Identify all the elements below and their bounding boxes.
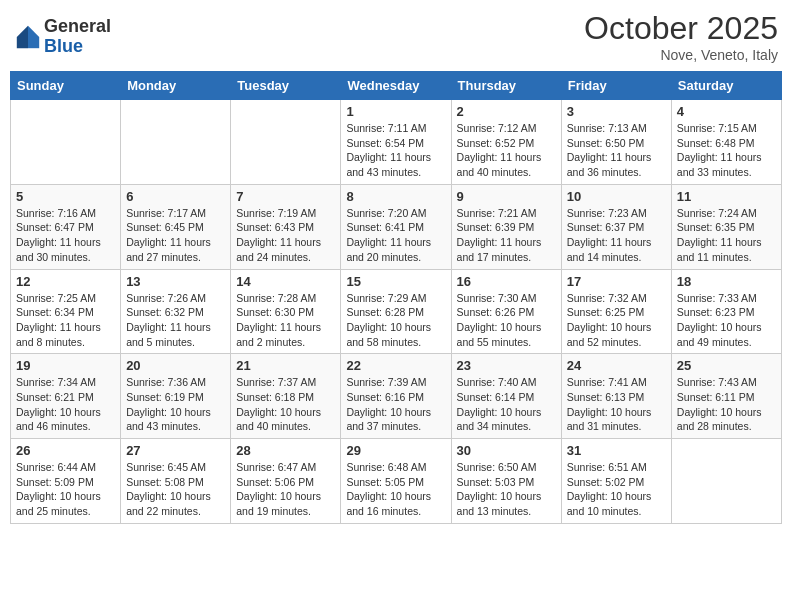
logo-icon [14, 23, 42, 51]
calendar-day-cell: 15Sunrise: 7:29 AM Sunset: 6:28 PM Dayli… [341, 269, 451, 354]
calendar-day-cell: 23Sunrise: 7:40 AM Sunset: 6:14 PM Dayli… [451, 354, 561, 439]
calendar-day-cell: 12Sunrise: 7:25 AM Sunset: 6:34 PM Dayli… [11, 269, 121, 354]
day-number: 13 [126, 274, 225, 289]
calendar-day-cell [671, 439, 781, 524]
calendar-day-cell: 17Sunrise: 7:32 AM Sunset: 6:25 PM Dayli… [561, 269, 671, 354]
calendar-day-cell: 22Sunrise: 7:39 AM Sunset: 6:16 PM Dayli… [341, 354, 451, 439]
day-number: 11 [677, 189, 776, 204]
calendar-day-cell: 31Sunrise: 6:51 AM Sunset: 5:02 PM Dayli… [561, 439, 671, 524]
logo-text: General Blue [44, 17, 111, 57]
day-number: 21 [236, 358, 335, 373]
calendar-day-cell: 1Sunrise: 7:11 AM Sunset: 6:54 PM Daylig… [341, 100, 451, 185]
day-number: 22 [346, 358, 445, 373]
day-info: Sunrise: 6:47 AM Sunset: 5:06 PM Dayligh… [236, 460, 335, 519]
calendar-day-cell: 25Sunrise: 7:43 AM Sunset: 6:11 PM Dayli… [671, 354, 781, 439]
day-info: Sunrise: 7:34 AM Sunset: 6:21 PM Dayligh… [16, 375, 115, 434]
calendar-day-cell: 30Sunrise: 6:50 AM Sunset: 5:03 PM Dayli… [451, 439, 561, 524]
day-info: Sunrise: 7:24 AM Sunset: 6:35 PM Dayligh… [677, 206, 776, 265]
day-number: 10 [567, 189, 666, 204]
day-number: 17 [567, 274, 666, 289]
day-info: Sunrise: 7:37 AM Sunset: 6:18 PM Dayligh… [236, 375, 335, 434]
day-info: Sunrise: 7:39 AM Sunset: 6:16 PM Dayligh… [346, 375, 445, 434]
day-of-week-header: Friday [561, 72, 671, 100]
calendar-week-row: 19Sunrise: 7:34 AM Sunset: 6:21 PM Dayli… [11, 354, 782, 439]
day-info: Sunrise: 6:48 AM Sunset: 5:05 PM Dayligh… [346, 460, 445, 519]
day-info: Sunrise: 6:50 AM Sunset: 5:03 PM Dayligh… [457, 460, 556, 519]
day-number: 23 [457, 358, 556, 373]
day-info: Sunrise: 7:21 AM Sunset: 6:39 PM Dayligh… [457, 206, 556, 265]
calendar-day-cell: 13Sunrise: 7:26 AM Sunset: 6:32 PM Dayli… [121, 269, 231, 354]
day-of-week-header: Thursday [451, 72, 561, 100]
calendar-day-cell: 2Sunrise: 7:12 AM Sunset: 6:52 PM Daylig… [451, 100, 561, 185]
calendar-week-row: 5Sunrise: 7:16 AM Sunset: 6:47 PM Daylig… [11, 184, 782, 269]
calendar-day-cell [231, 100, 341, 185]
day-number: 1 [346, 104, 445, 119]
day-number: 12 [16, 274, 115, 289]
calendar-day-cell: 5Sunrise: 7:16 AM Sunset: 6:47 PM Daylig… [11, 184, 121, 269]
day-number: 18 [677, 274, 776, 289]
day-of-week-header: Sunday [11, 72, 121, 100]
svg-marker-2 [28, 37, 39, 48]
day-info: Sunrise: 7:40 AM Sunset: 6:14 PM Dayligh… [457, 375, 556, 434]
calendar-week-row: 12Sunrise: 7:25 AM Sunset: 6:34 PM Dayli… [11, 269, 782, 354]
calendar-day-cell [11, 100, 121, 185]
day-info: Sunrise: 7:33 AM Sunset: 6:23 PM Dayligh… [677, 291, 776, 350]
day-info: Sunrise: 7:23 AM Sunset: 6:37 PM Dayligh… [567, 206, 666, 265]
day-number: 30 [457, 443, 556, 458]
calendar: SundayMondayTuesdayWednesdayThursdayFrid… [10, 71, 782, 524]
day-of-week-header: Saturday [671, 72, 781, 100]
day-info: Sunrise: 7:12 AM Sunset: 6:52 PM Dayligh… [457, 121, 556, 180]
title-section: October 2025 Nove, Veneto, Italy [584, 10, 778, 63]
calendar-day-cell: 21Sunrise: 7:37 AM Sunset: 6:18 PM Dayli… [231, 354, 341, 439]
day-info: Sunrise: 7:20 AM Sunset: 6:41 PM Dayligh… [346, 206, 445, 265]
calendar-day-cell: 11Sunrise: 7:24 AM Sunset: 6:35 PM Dayli… [671, 184, 781, 269]
day-info: Sunrise: 7:28 AM Sunset: 6:30 PM Dayligh… [236, 291, 335, 350]
day-info: Sunrise: 7:17 AM Sunset: 6:45 PM Dayligh… [126, 206, 225, 265]
calendar-day-cell: 10Sunrise: 7:23 AM Sunset: 6:37 PM Dayli… [561, 184, 671, 269]
calendar-day-cell: 14Sunrise: 7:28 AM Sunset: 6:30 PM Dayli… [231, 269, 341, 354]
day-info: Sunrise: 7:36 AM Sunset: 6:19 PM Dayligh… [126, 375, 225, 434]
day-info: Sunrise: 7:30 AM Sunset: 6:26 PM Dayligh… [457, 291, 556, 350]
day-info: Sunrise: 7:43 AM Sunset: 6:11 PM Dayligh… [677, 375, 776, 434]
day-info: Sunrise: 7:19 AM Sunset: 6:43 PM Dayligh… [236, 206, 335, 265]
day-number: 20 [126, 358, 225, 373]
day-info: Sunrise: 7:41 AM Sunset: 6:13 PM Dayligh… [567, 375, 666, 434]
calendar-day-cell: 16Sunrise: 7:30 AM Sunset: 6:26 PM Dayli… [451, 269, 561, 354]
logo-general: General [44, 17, 111, 37]
calendar-day-cell: 8Sunrise: 7:20 AM Sunset: 6:41 PM Daylig… [341, 184, 451, 269]
day-number: 31 [567, 443, 666, 458]
day-number: 3 [567, 104, 666, 119]
day-number: 7 [236, 189, 335, 204]
day-number: 27 [126, 443, 225, 458]
day-number: 29 [346, 443, 445, 458]
day-number: 5 [16, 189, 115, 204]
day-info: Sunrise: 7:32 AM Sunset: 6:25 PM Dayligh… [567, 291, 666, 350]
calendar-day-cell: 24Sunrise: 7:41 AM Sunset: 6:13 PM Dayli… [561, 354, 671, 439]
calendar-week-row: 26Sunrise: 6:44 AM Sunset: 5:09 PM Dayli… [11, 439, 782, 524]
calendar-day-cell: 18Sunrise: 7:33 AM Sunset: 6:23 PM Dayli… [671, 269, 781, 354]
day-info: Sunrise: 7:26 AM Sunset: 6:32 PM Dayligh… [126, 291, 225, 350]
day-info: Sunrise: 6:45 AM Sunset: 5:08 PM Dayligh… [126, 460, 225, 519]
calendar-day-cell: 6Sunrise: 7:17 AM Sunset: 6:45 PM Daylig… [121, 184, 231, 269]
day-number: 26 [16, 443, 115, 458]
day-number: 14 [236, 274, 335, 289]
day-number: 24 [567, 358, 666, 373]
day-number: 28 [236, 443, 335, 458]
calendar-day-cell: 26Sunrise: 6:44 AM Sunset: 5:09 PM Dayli… [11, 439, 121, 524]
day-number: 15 [346, 274, 445, 289]
calendar-day-cell: 19Sunrise: 7:34 AM Sunset: 6:21 PM Dayli… [11, 354, 121, 439]
day-info: Sunrise: 6:51 AM Sunset: 5:02 PM Dayligh… [567, 460, 666, 519]
calendar-day-cell: 4Sunrise: 7:15 AM Sunset: 6:48 PM Daylig… [671, 100, 781, 185]
day-info: Sunrise: 7:29 AM Sunset: 6:28 PM Dayligh… [346, 291, 445, 350]
day-number: 16 [457, 274, 556, 289]
day-info: Sunrise: 7:11 AM Sunset: 6:54 PM Dayligh… [346, 121, 445, 180]
day-number: 6 [126, 189, 225, 204]
calendar-day-cell: 29Sunrise: 6:48 AM Sunset: 5:05 PM Dayli… [341, 439, 451, 524]
calendar-day-cell: 7Sunrise: 7:19 AM Sunset: 6:43 PM Daylig… [231, 184, 341, 269]
day-number: 2 [457, 104, 556, 119]
page-header: General Blue October 2025 Nove, Veneto, … [10, 10, 782, 63]
calendar-day-cell: 9Sunrise: 7:21 AM Sunset: 6:39 PM Daylig… [451, 184, 561, 269]
day-number: 8 [346, 189, 445, 204]
logo: General Blue [14, 17, 111, 57]
calendar-day-cell: 27Sunrise: 6:45 AM Sunset: 5:08 PM Dayli… [121, 439, 231, 524]
